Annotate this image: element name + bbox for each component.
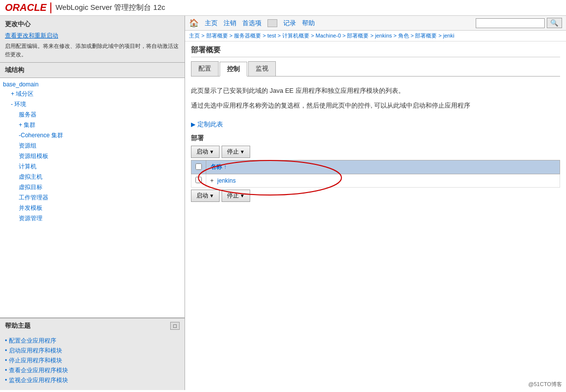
page-title: 部署概要 — [191, 45, 560, 57]
breadcrumb-sep3: > — [263, 33, 265, 39]
help-item-start-app[interactable]: 启动应用程序和模块 — [5, 347, 180, 355]
tree-item-resource-mgmt[interactable]: 资源管理 — [3, 213, 182, 224]
action-row-bottom: 启动 ▼ 停止 ▼ — [191, 190, 560, 202]
tree-item-coherence[interactable]: -Coherence 集群 — [3, 130, 182, 141]
nav-bar: 🏠 主页 注销 首选项 记录 帮助 🔍 — [185, 16, 566, 31]
start-button-bottom[interactable]: 启动 ▼ — [191, 190, 220, 202]
breadcrumb-home[interactable]: 主页 — [189, 33, 200, 39]
breadcrumb-sep1: > — [201, 33, 204, 39]
header: ORACLE WebLogic Server 管理控制台 12c — [0, 0, 566, 16]
jenkins-link[interactable]: jenkins — [217, 177, 235, 184]
deployments-table: 名称 ↑ + jenkins — [191, 160, 560, 188]
watermark: @51CTO博客 — [528, 381, 562, 388]
stop-arrow-icon-bottom: ▼ — [240, 193, 245, 198]
change-center-desc: 启用配置编辑。将来在修改、添加或删除此域中的项目时，将自动激活这些更改。 — [5, 42, 180, 58]
tree-item-virtual-target[interactable]: 虚拟目标 — [3, 182, 182, 193]
start-arrow-icon-top: ▼ — [209, 149, 214, 155]
col-name-link[interactable]: 名称 ↑ — [210, 163, 226, 170]
customize-arrow-icon: ▶ — [191, 121, 195, 128]
domain-structure-section: 域结构 base_domain + 域分区 - 环境 服务器 + 集群 -Coh… — [0, 63, 185, 318]
jenkins-name-cell: + jenkins — [206, 174, 560, 188]
breadcrumb-sep2: > — [229, 33, 232, 39]
help-item-stop-app[interactable]: 停止应用程序和模块 — [5, 356, 180, 365]
tab-configure[interactable]: 配置 — [191, 61, 219, 76]
help-topics-section: 帮助主题 □ 配置企业应用程序 启动应用程序和模块 停止应用程序和模块 查看企业… — [0, 318, 185, 390]
view-changes-link[interactable]: 查看更改和重新启动 — [5, 32, 180, 40]
customize-table-row: ▶ 定制此表 — [191, 120, 560, 129]
breadcrumb: 主页 > 部署概要 > 服务器概要 > test > 计算机概要 > Machi… — [185, 31, 566, 41]
tree-item-work-manager[interactable]: 工作管理器 — [3, 193, 182, 203]
tree-item-cluster[interactable]: + 集群 — [3, 120, 182, 130]
help-topics-header: 帮助主题 □ — [0, 318, 185, 333]
select-all-checkbox[interactable] — [195, 163, 202, 170]
table-row-jenkins: + jenkins — [191, 174, 560, 188]
tabs-container: 配置 控制 监视 — [191, 61, 560, 77]
deployments-table-wrapper: 名称 ↑ + jenkins — [191, 160, 560, 188]
breadcrumb-sep5: > — [311, 33, 314, 39]
content-area: 🏠 主页 注销 首选项 记录 帮助 🔍 主页 > 部署概要 > 服务器概要 > … — [185, 16, 566, 390]
change-center-section: 更改中心 查看更改和重新启动 启用配置编辑。将来在修改、添加或删除此域中的项目时… — [0, 16, 185, 63]
tree-item-env[interactable]: - 环境 — [3, 99, 182, 110]
col-header-name: 名称 ↑ — [206, 160, 560, 174]
help-item-monitor-modules[interactable]: 监视企业应用程序模块 — [5, 376, 180, 385]
record-icon — [267, 19, 277, 27]
nav-help[interactable]: 帮助 — [302, 19, 315, 28]
breadcrumb-sep9: > — [411, 33, 414, 39]
search-bar: 🔍 — [476, 18, 562, 28]
breadcrumb-deploy3[interactable]: 部署概要 — [415, 33, 437, 39]
tree-item-resource-group[interactable]: 资源组 — [3, 141, 182, 151]
nav-preferences[interactable]: 首选项 — [242, 19, 262, 28]
breadcrumb-deploy[interactable]: 部署概要 — [206, 33, 228, 39]
tree-item-base-domain[interactable]: base_domain — [3, 80, 182, 89]
page-header-title: WebLogic Server 管理控制台 12c — [55, 3, 165, 12]
desc-line1: 此页显示了已安装到此域的 Java EE 应用程序和独立应用程序模块的列表。 — [191, 85, 560, 96]
breadcrumb-role[interactable]: 角色 — [398, 33, 409, 39]
tree-item-domain-partition[interactable]: + 域分区 — [3, 89, 182, 99]
breadcrumb-machine0[interactable]: Machine-0 — [316, 33, 341, 39]
tab-control[interactable]: 控制 — [220, 62, 247, 77]
change-center-title: 更改中心 — [5, 20, 180, 29]
desc-line2: 通过先选中应用程序名称旁边的复选框，然后使用此页中的控件, 可以从此域中启动和停… — [191, 100, 560, 111]
jenkins-checkbox-cell — [191, 174, 206, 188]
stop-arrow-icon-top: ▼ — [240, 149, 245, 155]
tree-item-server[interactable]: 服务器 — [3, 110, 182, 120]
breadcrumb-sep4: > — [277, 33, 280, 39]
breadcrumb-sep8: > — [393, 33, 396, 39]
action-row-top: 启动 ▼ 停止 ▼ — [191, 146, 560, 158]
breadcrumb-deploy2[interactable]: 部署概要 — [347, 33, 369, 39]
help-item-view-modules[interactable]: 查看企业应用程序模块 — [5, 366, 180, 375]
breadcrumb-machine-overview[interactable]: 计算机概要 — [282, 33, 309, 39]
description-text: 此页显示了已安装到此域的 Java EE 应用程序和独立应用程序模块的列表。 通… — [191, 81, 560, 115]
domain-structure-title: 域结构 — [0, 63, 185, 78]
breadcrumb-server[interactable]: 服务器概要 — [234, 33, 261, 39]
main-layout: 更改中心 查看更改和重新启动 启用配置编辑。将来在修改、添加或删除此域中的项目时… — [0, 16, 566, 390]
breadcrumb-test[interactable]: test — [267, 33, 276, 39]
breadcrumb-jenkins[interactable]: jenkins — [375, 33, 392, 39]
help-item-configure-app[interactable]: 配置企业应用程序 — [5, 337, 180, 345]
nav-logout[interactable]: 注销 — [224, 19, 236, 28]
tree-item-virtual-host[interactable]: 虚拟主机 — [3, 172, 182, 182]
start-button-top[interactable]: 启动 ▼ — [191, 146, 220, 158]
start-arrow-icon-bottom: ▼ — [209, 193, 214, 198]
tree-item-resource-template[interactable]: 资源组模板 — [3, 151, 182, 161]
oracle-text: ORACLE — [5, 2, 46, 13]
breadcrumb-sep7: > — [371, 33, 374, 39]
stop-button-top[interactable]: 停止 ▼ — [222, 146, 250, 158]
stop-button-bottom[interactable]: 停止 ▼ — [222, 190, 250, 202]
oracle-logo: ORACLE — [5, 2, 46, 13]
tab-monitor[interactable]: 监视 — [248, 61, 276, 76]
customize-table-link[interactable]: 定制此表 — [197, 120, 223, 129]
search-input[interactable] — [476, 18, 545, 28]
tree-item-machine[interactable]: 计算机 — [3, 161, 182, 172]
search-button[interactable]: 🔍 — [547, 18, 562, 28]
jenkins-checkbox[interactable] — [195, 177, 202, 183]
nav-home[interactable]: 主页 — [205, 19, 218, 28]
tree-item-concurrent-template[interactable]: 并发模板 — [3, 203, 182, 213]
jenkins-expand-icon[interactable]: + — [210, 177, 215, 184]
logo-divider — [50, 2, 51, 13]
breadcrumb-jenki[interactable]: jenki — [443, 33, 454, 39]
help-topics-list: 配置企业应用程序 启动应用程序和模块 停止应用程序和模块 查看企业应用程序模块 … — [0, 333, 185, 390]
nav-record[interactable]: 记录 — [283, 19, 296, 28]
help-topics-collapse-button[interactable]: □ — [170, 322, 180, 330]
deployments-label: 部署 — [191, 134, 560, 143]
